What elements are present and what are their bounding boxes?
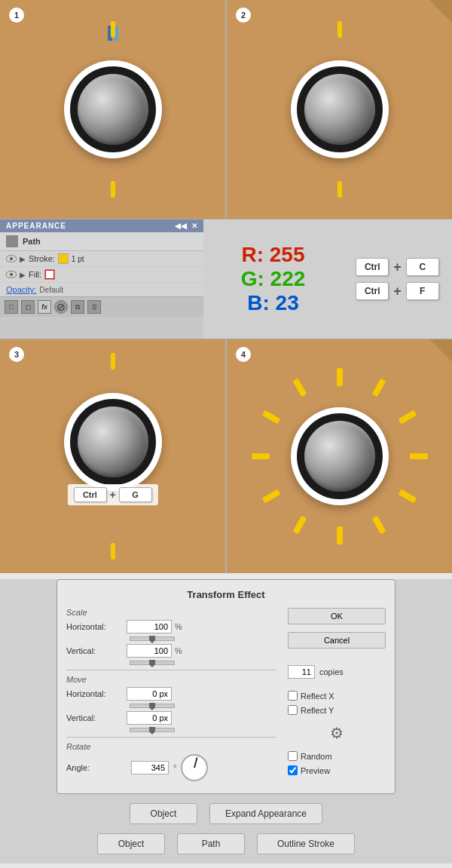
eye-icon-fill[interactable]: [6, 271, 17, 278]
ctrl-key-2: Ctrl: [356, 282, 389, 300]
reflect-x-row: Reflect X: [288, 691, 386, 701]
scale-v-thumb: [149, 660, 155, 667]
knob-outer-4: [291, 407, 389, 505]
sun-ray: [293, 516, 307, 535]
dialog-right: OK Cancel copies Reflect X Reflect Y ⚙: [288, 608, 386, 784]
dial-hand: [194, 757, 198, 768]
knob-3: [64, 393, 162, 491]
reflect-y-row: Reflect Y: [288, 705, 386, 715]
panel-2-number: 2: [236, 8, 251, 23]
panel-1: 1: [0, 0, 225, 219]
angle-dial[interactable]: [181, 754, 208, 781]
knob-ring-2: [297, 66, 383, 152]
rgb-r-value: R: 255: [241, 243, 304, 267]
action-buttons-row-1: Object Expand Appearance: [0, 794, 452, 829]
transform-dialog[interactable]: Transform Effect Scale Horizontal: % Ver…: [56, 579, 396, 794]
move-v-slider[interactable]: [130, 728, 175, 732]
fx-icon[interactable]: fx: [38, 300, 51, 314]
knob-inner-4: [304, 421, 375, 492]
scale-v-slider[interactable]: [130, 661, 175, 665]
appearance-panel[interactable]: APPEARANCE ◀◀ ✕ Path ▶ Stroke: 1 pt ▶ Fi…: [0, 219, 203, 339]
appearance-controls: ◀◀ ✕: [175, 222, 197, 230]
reflect-x-checkbox[interactable]: [288, 691, 298, 701]
path-button[interactable]: Path: [177, 833, 245, 854]
knob-ring-3: [70, 399, 156, 485]
path-swatch: [6, 235, 18, 247]
panel-1-number: 1: [9, 8, 24, 23]
opacity-label[interactable]: Opacity:: [6, 285, 36, 294]
scale-horizontal-input[interactable]: [127, 620, 172, 633]
f-key: F: [406, 282, 439, 300]
ok-button[interactable]: OK: [288, 608, 386, 624]
corner-fold-2: [429, 0, 452, 23]
collapse-icon[interactable]: ◀◀: [175, 222, 187, 230]
plus-2: +: [393, 284, 402, 299]
dialog-left: Scale Horizontal: % Vertical: %: [66, 608, 276, 784]
sun-ray: [372, 379, 386, 397]
move-h-label: Horizontal:: [66, 689, 127, 698]
move-v-thumb: [149, 727, 155, 735]
object-button-2[interactable]: Object: [97, 833, 165, 854]
outline-stroke-button[interactable]: Outline Stroke: [257, 833, 355, 854]
random-checkbox[interactable]: [288, 751, 298, 761]
path-row: Path: [0, 232, 203, 251]
scale-h-slider[interactable]: [130, 636, 175, 641]
preview-checkbox[interactable]: [288, 765, 298, 775]
stroke-value: 1 pt: [72, 255, 84, 263]
eye-icon-stroke[interactable]: [6, 255, 17, 262]
stroke-color-swatch[interactable]: [58, 253, 69, 264]
rotate-section-label: Rotate: [66, 742, 276, 751]
layer-icon[interactable]: ◻: [21, 300, 35, 314]
scale-vertical-input[interactable]: [127, 644, 172, 658]
ctrl-g-label: Ctrl + G: [67, 484, 157, 505]
bottom-area: Transform Effect Scale Horizontal: % Ver…: [0, 579, 452, 863]
plus-in-panel: +: [109, 489, 115, 501]
spacer: [288, 653, 386, 661]
cancel-button[interactable]: Cancel: [288, 632, 386, 649]
rgb-g-value: G: 222: [241, 267, 306, 291]
close-icon[interactable]: ✕: [191, 222, 197, 230]
no-icon[interactable]: ⊘: [54, 300, 68, 314]
yellow-dash-bottom-1: [111, 181, 115, 198]
sun-ray: [399, 489, 417, 503]
copies-input[interactable]: [288, 665, 315, 679]
panel-3: 3 Ctrl + G: [0, 339, 225, 573]
opacity-row: Opacity: Default: [0, 283, 203, 296]
fill-color-swatch[interactable]: [44, 269, 55, 280]
duplicate-icon[interactable]: ⧉: [71, 300, 84, 314]
yellow-dash-top-2: [337, 21, 342, 38]
yellow-dash-top-3: [111, 353, 115, 370]
expand-appearance-button[interactable]: Expand Appearance: [209, 803, 322, 824]
object-button-1[interactable]: Object: [130, 803, 197, 824]
move-horizontal-input[interactable]: [127, 687, 172, 701]
add-layer-icon[interactable]: □: [5, 300, 18, 314]
reflect-y-label: Reflect Y: [301, 706, 334, 715]
stroke-row: ▶ Stroke: 1 pt: [0, 251, 203, 267]
appearance-title: APPEARANCE: [6, 222, 66, 230]
move-vertical-input[interactable]: [127, 711, 172, 725]
spacer2: [288, 683, 386, 686]
arrow-fill: ▶: [20, 271, 26, 279]
reflect-y-checkbox[interactable]: [288, 705, 298, 715]
angle-input[interactable]: [131, 761, 169, 774]
knob-inner-1: [78, 74, 148, 145]
knob-inner-3: [78, 406, 148, 477]
sun-ray: [293, 379, 307, 397]
panel-3-number: 3: [9, 347, 24, 362]
scale-h-thumb: [149, 636, 155, 643]
path-label: Path: [23, 237, 41, 246]
move-vertical-row: Vertical:: [66, 711, 276, 725]
move-h-slider[interactable]: [130, 704, 175, 708]
sun-ray: [399, 409, 417, 424]
gear-icon: ⚙: [326, 722, 347, 744]
delete-icon[interactable]: 🗑: [87, 300, 101, 314]
sun-ray: [372, 516, 386, 535]
knob-ring-4: [297, 413, 383, 499]
knob-2: [291, 60, 389, 158]
rgb-b-value: B: 23: [247, 291, 298, 315]
knob-ring-1: [70, 66, 156, 152]
knob-inner-2: [304, 74, 375, 145]
yellow-dash-bottom-2: [337, 181, 342, 198]
rotate-row: Angle: °: [66, 754, 276, 781]
dialog-title: Transform Effect: [66, 589, 386, 600]
